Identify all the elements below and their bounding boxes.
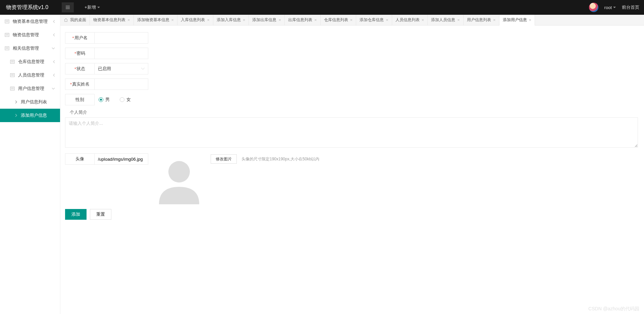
new-add-dropdown[interactable]: +新增 xyxy=(85,4,100,10)
sidebar-item-label: 添加用户信息 xyxy=(21,112,55,118)
home-icon xyxy=(64,18,68,22)
tab-label: 添加出库信息 xyxy=(252,17,276,23)
tab-label: 仓库信息列表 xyxy=(324,17,348,23)
svg-rect-18 xyxy=(10,87,14,90)
modify-image-button[interactable]: 修改图片 xyxy=(211,154,237,164)
label-status: *状态 xyxy=(65,63,95,74)
caret-down-icon xyxy=(97,7,100,9)
svg-rect-3 xyxy=(5,20,9,23)
username-label: root xyxy=(604,5,612,10)
password-input[interactable] xyxy=(95,48,148,59)
new-add-label: +新增 xyxy=(85,4,96,10)
tab[interactable]: 添加用户信息× xyxy=(499,15,535,25)
tab[interactable]: 添加入库信息× xyxy=(213,15,249,25)
sidebar-item-label: 相关信息管理 xyxy=(13,45,51,51)
user-dropdown[interactable]: root xyxy=(604,5,616,10)
close-icon[interactable]: × xyxy=(422,17,424,22)
top-header: 物资管理系统v1.0 +新增 root 前台首页 xyxy=(0,0,644,15)
close-icon[interactable]: × xyxy=(457,17,460,22)
tab[interactable]: 入库信息列表× xyxy=(177,15,213,25)
close-icon[interactable]: × xyxy=(278,17,281,22)
bio-textarea[interactable] xyxy=(65,117,638,148)
tab-label: 添加物资基本信息 xyxy=(137,17,169,23)
avatar-placeholder-icon xyxy=(152,153,206,204)
sidebar-item[interactable]: 物资信息管理 xyxy=(0,28,60,42)
close-icon[interactable]: × xyxy=(529,17,532,22)
radio-dot-icon xyxy=(120,97,124,102)
label-realname: *真实姓名 xyxy=(65,78,95,90)
label-password: *密码 xyxy=(65,48,95,59)
tab[interactable]: 我的桌面 xyxy=(60,15,90,25)
sidebar-item[interactable]: 用户信息管理 xyxy=(0,82,60,95)
tab[interactable]: 添加出库信息× xyxy=(249,15,285,25)
sidebar-item-label: 物资信息管理 xyxy=(13,32,53,38)
status-value: 已启用 xyxy=(98,66,111,72)
realname-input[interactable] xyxy=(95,78,148,90)
sidebar-toggle-button[interactable] xyxy=(62,2,74,12)
header-right: root 前台首页 xyxy=(589,3,639,12)
sidebar-item-label: 物资基本信息管理 xyxy=(13,18,53,24)
front-page-link[interactable]: 前台首页 xyxy=(622,4,639,10)
tab-label: 用户信息列表 xyxy=(467,17,491,23)
form-area: *用户名 *密码 *状态 已启用 *真实姓名 性别 xyxy=(60,25,644,226)
tab-label: 添加人员信息 xyxy=(431,17,455,23)
submit-button[interactable]: 添加 xyxy=(65,209,87,220)
tab[interactable]: 添加人员信息× xyxy=(428,15,464,25)
caret-down-icon xyxy=(613,7,616,9)
label-username: *用户名 xyxy=(65,32,95,44)
close-icon[interactable]: × xyxy=(127,17,130,22)
close-icon[interactable]: × xyxy=(350,17,353,22)
sidebar-item[interactable]: 相关信息管理 xyxy=(0,42,60,55)
sidebar-item[interactable]: 人员信息管理 xyxy=(0,68,60,82)
sidebar-item[interactable]: 用户信息列表 xyxy=(0,95,60,109)
main-area: 我的桌面物资基本信息列表×添加物资基本信息×入库信息列表×添加入库信息×添加出库… xyxy=(60,15,644,314)
svg-rect-9 xyxy=(5,47,9,50)
label-gender: 性别 xyxy=(65,94,95,105)
tab[interactable]: 添加物资基本信息× xyxy=(134,15,178,25)
close-icon[interactable]: × xyxy=(314,17,317,22)
tab[interactable]: 仓库信息列表× xyxy=(321,15,357,25)
tab-label: 出库信息列表 xyxy=(288,17,312,23)
tab-label: 我的桌面 xyxy=(70,17,86,23)
sidebar-item-label: 人员信息管理 xyxy=(18,72,53,78)
radio-dot-icon xyxy=(99,97,103,102)
svg-rect-12 xyxy=(10,60,14,63)
hamburger-icon xyxy=(65,5,70,10)
sidebar-item[interactable]: 仓库信息管理 xyxy=(0,55,60,68)
tab[interactable]: 人员信息列表× xyxy=(392,15,428,25)
tab[interactable]: 出库信息列表× xyxy=(285,15,321,25)
sidebar-item[interactable]: 物资基本信息管理 xyxy=(0,15,60,28)
radio-male[interactable]: 男 xyxy=(99,97,110,103)
svg-point-21 xyxy=(168,161,190,182)
tab-label: 入库信息列表 xyxy=(181,17,205,23)
sidebar: 物资基本信息管理物资信息管理相关信息管理仓库信息管理人员信息管理用户信息管理用户… xyxy=(0,15,60,314)
avatar-path-input[interactable] xyxy=(95,153,148,165)
avatar-hint: 头像的尺寸限定190x190px,大小在50kb以内 xyxy=(241,156,319,162)
close-icon[interactable]: × xyxy=(207,17,210,22)
close-icon[interactable]: × xyxy=(386,17,388,22)
radio-female[interactable]: 女 xyxy=(120,97,131,103)
close-icon[interactable]: × xyxy=(493,17,496,22)
app-title: 物资管理系统v1.0 xyxy=(0,4,60,11)
reset-button[interactable]: 重置 xyxy=(90,209,111,220)
label-avatar: 头像 xyxy=(65,153,95,165)
status-select[interactable]: 已启用 xyxy=(95,63,148,74)
tab-bar: 我的桌面物资基本信息列表×添加物资基本信息×入库信息列表×添加入库信息×添加出库… xyxy=(60,15,644,25)
tab-label: 添加用户信息 xyxy=(503,17,527,23)
sidebar-item[interactable]: 添加用户信息 xyxy=(0,109,60,122)
avatar-preview xyxy=(152,153,206,204)
avatar[interactable] xyxy=(589,3,598,12)
tab-label: 人员信息列表 xyxy=(395,17,420,23)
tab-label: 添加入库信息 xyxy=(217,17,241,23)
close-icon[interactable]: × xyxy=(243,17,246,22)
close-icon[interactable]: × xyxy=(171,17,174,22)
tab[interactable]: 用户信息列表× xyxy=(464,15,499,25)
tab[interactable]: 物资基本信息列表× xyxy=(90,15,134,25)
sidebar-item-label: 用户信息管理 xyxy=(18,86,51,92)
tab-label: 物资基本信息列表 xyxy=(93,17,125,23)
svg-rect-15 xyxy=(10,73,14,77)
sidebar-item-label: 仓库信息管理 xyxy=(18,59,53,65)
sidebar-item-label: 用户信息列表 xyxy=(21,99,55,105)
username-input[interactable] xyxy=(95,32,148,44)
tab[interactable]: 添加仓库信息× xyxy=(356,15,392,25)
